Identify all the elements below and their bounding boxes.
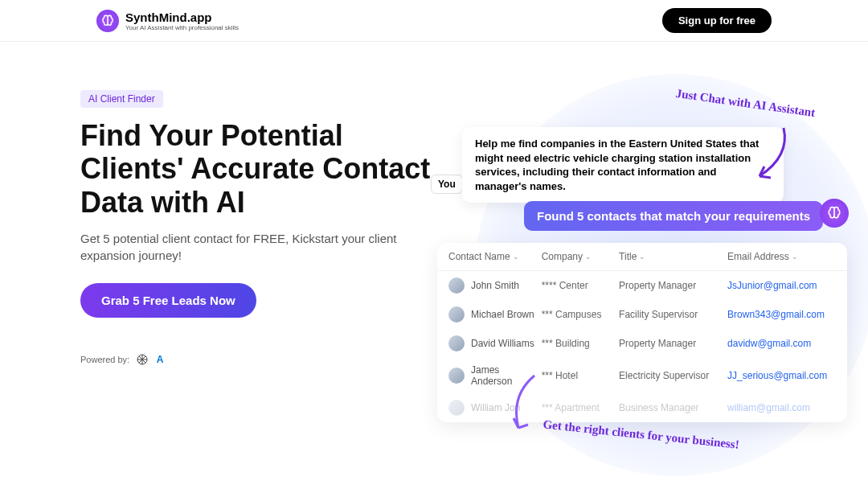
hero-left: AI Client Finder Find Your Potential Cli… — [80, 90, 434, 366]
cell-email[interactable]: william@gmail.com — [727, 402, 836, 413]
powered-label: Powered by: — [80, 355, 129, 364]
logo-text: SynthMind.app Your AI Assistant with pro… — [125, 10, 239, 31]
avatar — [448, 306, 465, 323]
logo[interactable]: SynthMind.app Your AI Assistant with pro… — [96, 10, 239, 32]
chevron-down-icon: ⌄ — [639, 253, 645, 261]
cell-name: David Williams — [471, 338, 534, 349]
avatar — [448, 400, 465, 416]
azure-icon: A — [154, 353, 166, 366]
chevron-down-icon: ⌄ — [585, 253, 592, 261]
chevron-down-icon: ⌄ — [513, 253, 519, 261]
you-tag: You — [431, 175, 463, 194]
openai-icon — [136, 353, 149, 366]
assistant-message-bubble: Found 5 contacts that match your require… — [524, 201, 823, 231]
brain-icon — [96, 10, 119, 32]
cell-company: *** Building — [542, 338, 619, 349]
powered-by: Powered by: A — [80, 353, 434, 366]
signup-button[interactable]: Sign up for free — [662, 8, 772, 33]
th-name[interactable]: Contact Name⌄ — [448, 251, 542, 262]
assistant-brain-icon — [820, 199, 849, 228]
results-table: Contact Name⌄ Company⌄ Title⌄ Email Addr… — [437, 243, 847, 422]
logo-title: SynthMind.app — [125, 10, 239, 24]
table-row: David Williams *** Building Property Man… — [437, 329, 847, 358]
cell-title: Property Manager — [619, 280, 727, 291]
table-row: Michael Brown *** Campuses Facility Supe… — [437, 300, 847, 329]
cell-email[interactable]: Brown343@gmail.com — [727, 309, 836, 320]
headline: Find Your Potential Clients' Accurate Co… — [80, 119, 434, 219]
chevron-down-icon: ⌄ — [792, 253, 798, 261]
avatar — [448, 335, 465, 351]
cell-name: John Smith — [471, 280, 519, 291]
cell-title: Facility Supervisor — [619, 309, 727, 320]
th-email[interactable]: Email Address⌄ — [727, 251, 836, 262]
cell-company: *** Apartment — [542, 402, 619, 413]
cell-name: Michael Brown — [471, 309, 534, 320]
table-row: John Smith **** Center Property Manager … — [437, 271, 847, 300]
product-badge: AI Client Finder — [80, 90, 163, 108]
logo-subtitle: Your AI Assistant with professional skil… — [125, 24, 239, 31]
main: AI Client Finder Find Your Potential Cli… — [0, 42, 868, 366]
header: SynthMind.app Your AI Assistant with pro… — [0, 0, 868, 42]
table-row: James Anderson *** Hotel Electricity Sup… — [437, 358, 847, 393]
cell-email[interactable]: davidw@gmail.com — [727, 338, 836, 349]
cell-title: Property Manager — [619, 338, 727, 349]
cell-company: **** Center — [542, 280, 619, 291]
table-row: William Jon *** Apartment Business Manag… — [437, 393, 847, 422]
cell-title: Business Manager — [619, 402, 727, 413]
cell-email[interactable]: JsJunior@gmail.com — [727, 280, 836, 291]
table-header-row: Contact Name⌄ Company⌄ Title⌄ Email Addr… — [437, 243, 847, 271]
th-company[interactable]: Company⌄ — [542, 251, 619, 262]
cell-company: *** Campuses — [542, 309, 619, 320]
avatar — [448, 368, 465, 384]
avatar — [448, 277, 465, 294]
user-message-bubble: Help me find companies in the Eastern Un… — [462, 127, 784, 203]
cta-button[interactable]: Grab 5 Free Leads Now — [80, 283, 256, 318]
cell-title: Electricity Supervisor — [619, 370, 727, 381]
subheadline: Get 5 potential client contact for FREE,… — [80, 230, 434, 264]
th-title[interactable]: Title⌄ — [619, 251, 727, 262]
cell-company: *** Hotel — [542, 370, 619, 381]
arrow-top-icon — [751, 124, 792, 188]
cell-email[interactable]: JJ_serious@gmail.com — [727, 370, 836, 381]
